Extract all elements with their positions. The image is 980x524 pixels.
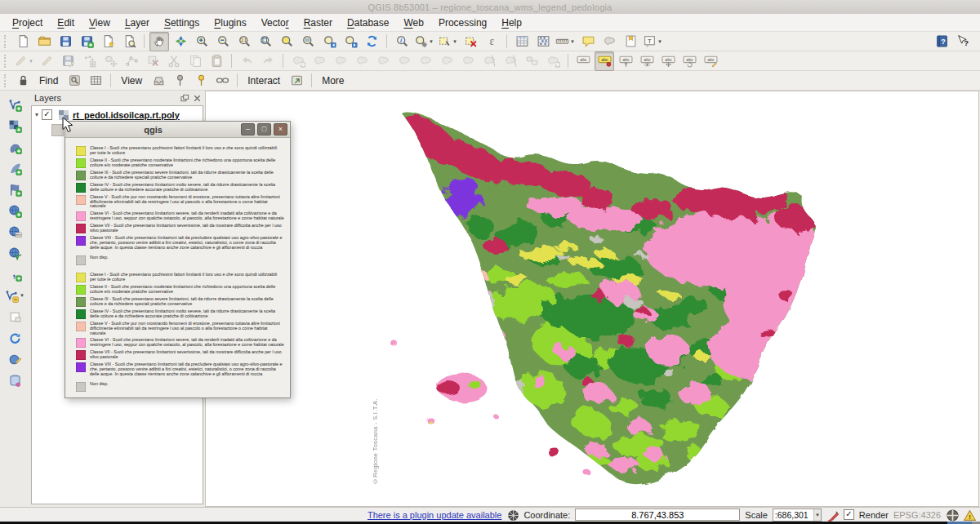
plugin-update-link[interactable]: There is a plugin update available bbox=[368, 510, 502, 520]
highlight-labels-button[interactable]: abc bbox=[637, 51, 657, 71]
map-tips-button[interactable] bbox=[578, 32, 598, 51]
zoom-last-button[interactable] bbox=[319, 32, 339, 51]
zoom-next-button[interactable] bbox=[341, 32, 360, 51]
select-by-expression-button[interactable]: ε bbox=[482, 32, 501, 51]
zoom-out-button[interactable] bbox=[213, 32, 233, 51]
chevron-down-icon[interactable]: ▾ bbox=[813, 509, 821, 521]
pan-map-button[interactable] bbox=[149, 32, 169, 51]
database-manager-button[interactable] bbox=[6, 371, 25, 390]
save-project-as-button[interactable] bbox=[77, 32, 96, 51]
coordinate-input[interactable] bbox=[575, 508, 740, 521]
interact-tool-button[interactable] bbox=[287, 71, 306, 91]
measure-button[interactable]: ▾ bbox=[555, 32, 577, 51]
dialog-titlebar[interactable]: qgis – □ × bbox=[65, 122, 290, 138]
delete-ring-button[interactable] bbox=[394, 51, 414, 71]
delete-part-button[interactable] bbox=[416, 51, 435, 71]
new-project-button[interactable] bbox=[13, 32, 33, 51]
menu-raster[interactable]: Raster bbox=[296, 15, 340, 31]
run-feature-action-button[interactable]: ▾ bbox=[413, 32, 435, 51]
pan-to-selection-button[interactable] bbox=[171, 32, 190, 51]
labeling-active-button[interactable]: abc bbox=[595, 51, 614, 71]
find-search-button[interactable] bbox=[65, 71, 84, 91]
menu-web[interactable]: Web bbox=[396, 15, 430, 31]
chevron-down-icon[interactable]: ▾ bbox=[452, 38, 458, 45]
text-annotation-button[interactable]: T▾ bbox=[642, 32, 664, 51]
new-print-composer-button[interactable] bbox=[98, 32, 118, 51]
menu-view[interactable]: View bbox=[82, 15, 118, 31]
chevron-down-icon[interactable]: ▾ bbox=[428, 38, 434, 45]
zoom-native-button[interactable]: 1:1 bbox=[234, 32, 254, 51]
add-part-button[interactable] bbox=[352, 51, 372, 71]
add-wms-layer-button[interactable] bbox=[6, 201, 25, 220]
expander-icon[interactable]: ▾ bbox=[32, 111, 42, 118]
toolbar-grip[interactable] bbox=[4, 35, 9, 48]
chevron-down-icon[interactable]: ▾ bbox=[657, 38, 663, 45]
offset-curve-button[interactable] bbox=[458, 51, 478, 71]
chevron-down-icon[interactable]: ▾ bbox=[19, 292, 25, 299]
composer-manager-button[interactable] bbox=[119, 32, 139, 51]
select-features-button[interactable]: ▾ bbox=[437, 32, 459, 51]
menu-plugins[interactable]: Plugins bbox=[207, 15, 253, 31]
menu-help[interactable]: Help bbox=[494, 15, 529, 31]
redo-button[interactable] bbox=[258, 51, 278, 71]
zoom-in-button[interactable] bbox=[192, 32, 212, 51]
brush-icon[interactable] bbox=[826, 508, 839, 521]
zoom-to-selection-button[interactable] bbox=[277, 32, 296, 51]
layer-tree-item[interactable]: ▾ ✓ rt_pedol.idsoilcap.rt.poly bbox=[32, 108, 203, 122]
identify-features-button[interactable]: i bbox=[392, 32, 412, 51]
add-wfs-layer-button[interactable] bbox=[6, 243, 25, 263]
zoom-to-layer-button[interactable] bbox=[298, 32, 318, 51]
move-feature-button[interactable] bbox=[100, 51, 120, 71]
cut-features-button[interactable] bbox=[164, 51, 184, 71]
add-vector-layer-button[interactable] bbox=[6, 95, 25, 114]
new-shapefile-layer-button[interactable]: ▾ bbox=[4, 286, 26, 305]
menu-edit[interactable]: Edit bbox=[50, 15, 82, 31]
add-wcs-layer-button[interactable] bbox=[6, 222, 25, 242]
add-spatialite-layer-button[interactable] bbox=[6, 158, 25, 178]
split-features-button[interactable] bbox=[479, 51, 499, 71]
plugin-icon[interactable] bbox=[506, 508, 519, 521]
save-layer-edits-button[interactable] bbox=[58, 51, 78, 71]
rotate-feature-button[interactable] bbox=[288, 51, 308, 71]
open-project-button[interactable] bbox=[34, 32, 54, 51]
menu-processing[interactable]: Processing bbox=[431, 15, 494, 31]
split-parts-button[interactable] bbox=[501, 51, 520, 71]
open-attribute-table-button[interactable] bbox=[512, 32, 532, 51]
window-titlebar[interactable]: QGIS 8b53001 – regione_toscana_wms_legen… bbox=[0, 0, 980, 14]
toolbar-grip[interactable] bbox=[4, 74, 9, 87]
help-contents-button[interactable]: ? bbox=[932, 32, 951, 51]
menu-layer[interactable]: Layer bbox=[118, 15, 157, 31]
copy-features-button[interactable] bbox=[185, 51, 205, 71]
menu-database[interactable]: Database bbox=[340, 15, 396, 31]
view-link-button[interactable] bbox=[212, 71, 232, 91]
undo-button[interactable] bbox=[237, 51, 256, 71]
chevron-down-icon[interactable]: ▾ bbox=[28, 58, 34, 64]
new-bookmark-button[interactable] bbox=[599, 32, 619, 51]
whats-this-button[interactable]: ? bbox=[953, 32, 973, 51]
pin-labels-button[interactable]: abc bbox=[616, 51, 635, 71]
current-edits-button[interactable]: ▾ bbox=[13, 51, 35, 71]
find-table-button[interactable] bbox=[86, 71, 105, 91]
view-extent-button[interactable] bbox=[149, 71, 168, 91]
add-mssql-layer-button[interactable] bbox=[6, 180, 25, 199]
show-bookmarks-button[interactable] bbox=[621, 32, 640, 51]
toolbar-grip[interactable] bbox=[4, 55, 9, 68]
map-refresh-button[interactable] bbox=[362, 32, 381, 51]
blank-tool-button[interactable] bbox=[6, 307, 25, 326]
layer-name[interactable]: rt_pedol.idsoilcap.rt.poly bbox=[73, 110, 180, 120]
zoom-full-button[interactable] bbox=[256, 32, 275, 51]
reload-tool-button[interactable] bbox=[6, 328, 25, 348]
view-pin-active-button[interactable] bbox=[191, 71, 211, 91]
panel-close-icon[interactable] bbox=[192, 93, 202, 103]
simplify-feature-button[interactable] bbox=[310, 51, 329, 71]
toggle-editing-button[interactable] bbox=[37, 51, 56, 71]
rotate-point-symbols-button[interactable] bbox=[543, 51, 563, 71]
node-tool-button[interactable] bbox=[122, 51, 141, 71]
add-feature-button[interactable] bbox=[79, 51, 99, 71]
dialog-maximize-button[interactable]: □ bbox=[257, 123, 271, 135]
messages-warning-icon[interactable]: ! bbox=[963, 508, 975, 521]
panel-float-icon[interactable] bbox=[180, 93, 189, 103]
lock-toolbar-button[interactable] bbox=[13, 71, 33, 91]
move-label-button[interactable]: abc bbox=[658, 51, 678, 71]
add-ring-button[interactable] bbox=[331, 51, 350, 71]
